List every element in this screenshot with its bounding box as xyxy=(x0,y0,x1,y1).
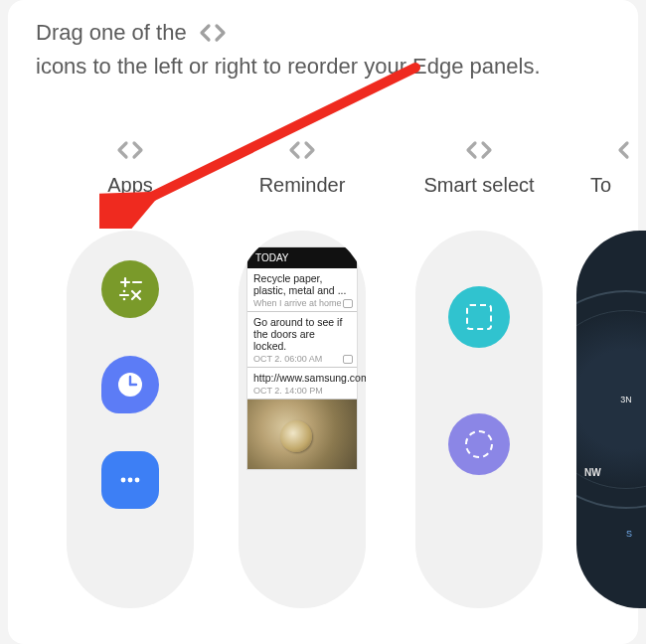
drag-handle-smartselect[interactable] xyxy=(462,136,496,164)
repeat-icon xyxy=(343,299,353,308)
reminder-item-sub: When I arrive at home xyxy=(253,298,351,308)
compass-face: 3N NW S xyxy=(576,231,646,608)
panel-title-apps: Apps xyxy=(107,174,153,197)
panel-title-reminder: Reminder xyxy=(259,174,346,197)
compass-s-label: S xyxy=(626,529,632,539)
reminder-item: Go around to see if the doors are locked… xyxy=(247,312,357,368)
svg-point-11 xyxy=(121,477,126,482)
drag-handle-tools[interactable] xyxy=(596,136,636,164)
drag-handle-icon xyxy=(614,139,636,161)
instruction-part1: Drag one of the xyxy=(36,18,187,49)
drag-handle-icon xyxy=(196,22,230,44)
calculator-icon xyxy=(101,260,159,318)
drag-handle-reminder[interactable] xyxy=(285,136,319,164)
panels-row: Apps xyxy=(8,136,638,608)
messages-icon xyxy=(101,451,159,509)
panel-reminder[interactable]: Reminder TODAY Recycle paper, plastic, m… xyxy=(223,136,382,608)
reminder-image xyxy=(247,400,357,469)
smartselect-oval-icon xyxy=(448,413,510,475)
reminder-item-sub: OCT 2. 14:00 PM xyxy=(253,386,351,396)
reminder-item: http://www.samsung.com OCT 2. 14:00 PM xyxy=(247,368,357,400)
drag-handle-icon xyxy=(113,139,147,161)
reminder-item-sub: OCT 2. 06:00 AM xyxy=(253,354,351,364)
panel-preview-reminder: TODAY Recycle paper, plastic, metal and … xyxy=(239,231,366,608)
panel-preview-smartselect xyxy=(415,231,543,608)
reminder-item-title: http://www.samsung.com xyxy=(253,372,351,384)
svg-point-12 xyxy=(128,477,133,482)
reminder-list: TODAY Recycle paper, plastic, metal and … xyxy=(246,246,358,470)
repeat-icon xyxy=(343,355,353,364)
panel-preview-apps xyxy=(67,231,194,608)
svg-point-13 xyxy=(135,477,140,482)
panel-apps[interactable]: Apps xyxy=(56,136,205,608)
panel-smartselect[interactable]: Smart select xyxy=(400,136,559,608)
instruction-part2: icons to the left or right to reorder yo… xyxy=(36,52,541,82)
reminder-header: TODAY xyxy=(247,247,357,268)
panel-preview-tools: 3N NW S xyxy=(576,231,646,608)
settings-card: Drag one of the icons to the left or rig… xyxy=(8,0,638,644)
compass-center: 3N xyxy=(620,395,632,404)
drag-handle-apps[interactable] xyxy=(113,136,147,164)
panel-title-smartselect: Smart select xyxy=(423,174,534,197)
svg-point-4 xyxy=(123,289,126,292)
drag-handle-icon xyxy=(285,139,319,161)
reminder-item-title: Recycle paper, plastic, metal and ... xyxy=(253,272,351,296)
panel-tools[interactable]: To 3N NW S xyxy=(576,136,646,608)
reminder-item: Recycle paper, plastic, metal and ... Wh… xyxy=(247,268,357,312)
clock-icon xyxy=(101,356,159,413)
svg-point-5 xyxy=(123,297,126,300)
panel-title-tools: To xyxy=(576,174,611,197)
smartselect-rectangle-icon xyxy=(448,286,510,348)
compass-nw-label: NW xyxy=(584,467,601,478)
drag-handle-icon xyxy=(462,139,496,161)
instruction-text: Drag one of the icons to the left or rig… xyxy=(8,18,638,110)
reminder-item-title: Go around to see if the doors are locked… xyxy=(253,316,351,352)
